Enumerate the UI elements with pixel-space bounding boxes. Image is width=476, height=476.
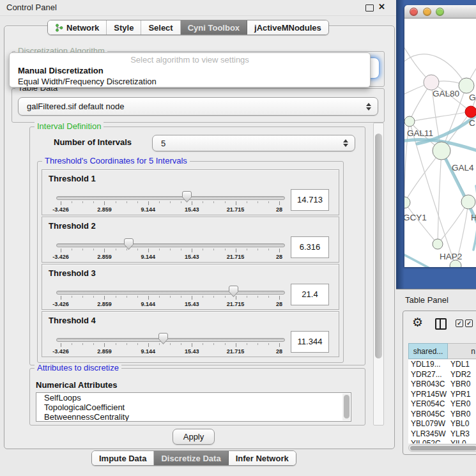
slider-tick [116, 343, 116, 345]
slider-tick [137, 201, 138, 203]
threshold-slider-3[interactable]: -3.4262.8599.14415.4321.71528 [56, 282, 285, 308]
close-light[interactable] [410, 8, 418, 16]
threshold-value-field[interactable]: 11.344 [291, 331, 329, 353]
slider-thumb[interactable] [158, 333, 168, 347]
column-header-name[interactable]: n [448, 343, 476, 359]
threshold-slider-2[interactable]: -3.4262.8599.14415.4321.71528 [56, 235, 285, 261]
slider-thumb[interactable] [229, 286, 238, 300]
numerical-attributes-label: Numerical Attributes [36, 380, 117, 390]
dropdown-option-equal-width-frequency-discretization[interactable]: Equal Width/Frequency Discretization [10, 76, 370, 87]
tab-select[interactable]: Select [141, 20, 180, 35]
slider-tick [268, 201, 269, 203]
table-row[interactable]: YBR045CYBR0 [408, 410, 476, 420]
panel-vertical-scrollbar[interactable] [373, 123, 384, 426]
table-row[interactable]: YDL19...YDL1 [408, 360, 476, 370]
attribute-item-topologicalcoefficient[interactable]: TopologicalCoefficient [36, 403, 351, 412]
network-window-titlebar[interactable] [404, 5, 476, 19]
apply-button[interactable]: Apply [173, 429, 215, 445]
threshold-value-field[interactable]: 14.713 [291, 189, 329, 211]
threshold-panel-1: Threshold 1-3.4262.8599.14415.4321.71528… [42, 169, 339, 215]
table-row[interactable]: YPR145WYPR1 [408, 390, 476, 400]
network-node-c[interactable] [465, 106, 476, 118]
tab-label: Network [66, 23, 99, 33]
tab-impute-data[interactable]: Impute Data [92, 451, 154, 465]
slider-track[interactable] [56, 243, 285, 247]
slider-tick [279, 343, 280, 347]
network-node-gcy1[interactable] [404, 197, 410, 208]
slider-tick [279, 296, 280, 300]
slider-track[interactable] [56, 338, 285, 342]
tab-network[interactable]: Network [48, 20, 107, 35]
gear-icon[interactable]: ⚙ [412, 315, 423, 329]
dropdown-placeholder: Select algorithm to view settings [10, 54, 370, 65]
tab-discretize-data[interactable]: Discretize Data [154, 451, 228, 465]
slider-tick [72, 343, 72, 345]
slider-thumb[interactable] [124, 238, 134, 252]
attribute-item-selfloops[interactable]: SelfLoops [36, 393, 351, 403]
slider-track[interactable] [56, 291, 285, 295]
checkbox-icon[interactable]: ✓ [465, 319, 473, 327]
threshold-slider-1[interactable]: -3.4262.8599.14415.4321.71528 [56, 188, 285, 213]
table-row[interactable]: YBL079WYBL0 [408, 419, 476, 429]
tab-infer-network[interactable]: Infer Network [229, 451, 296, 465]
slider-tick [170, 296, 171, 298]
number-of-intervals-combobox[interactable]: 5 [152, 135, 355, 151]
slider-tick [104, 201, 105, 205]
network-node-ga[interactable] [459, 78, 474, 93]
number-of-intervals-value: 5 [161, 139, 165, 148]
threshold-value-field[interactable]: 6.316 [291, 236, 329, 258]
tab-cyni-toolbox[interactable]: Cyni Toolbox [181, 20, 247, 35]
slider-tick [236, 249, 236, 252]
tab-label: Infer Network [236, 454, 289, 463]
table-row[interactable]: YDR27...YDR2 [408, 370, 476, 380]
scrollbar-thumb[interactable] [410, 446, 476, 450]
network-node-hap2[interactable] [433, 239, 443, 249]
close-icon[interactable]: ✕ [378, 2, 385, 12]
slider-tick [181, 343, 181, 345]
network-node-gal80[interactable] [424, 75, 439, 90]
threshold-slider-4[interactable]: -3.4262.8599.14415.4321.71528 [56, 330, 285, 355]
column-header-shared-name[interactable]: shared... [408, 343, 448, 359]
slider-tick-label: 2.859 [90, 301, 118, 307]
table-row[interactable]: YIL052CYIL0 [408, 439, 476, 443]
slider-tick [104, 296, 105, 300]
dropdown-option-manual-discretization[interactable]: Manual Discretization [10, 65, 370, 76]
network-node-h[interactable] [461, 195, 475, 209]
slider-tick [82, 296, 83, 298]
tab-jactivemnodules[interactable]: jActiveMNodules [247, 20, 328, 35]
float-window-icon[interactable] [365, 4, 374, 12]
network-node-gal11[interactable] [404, 116, 415, 127]
combo-arrows-icon [366, 103, 371, 111]
table-row[interactable]: YBR043CYBR0 [408, 380, 476, 390]
split-view-icon[interactable] [435, 318, 447, 330]
slider-thumb[interactable] [182, 191, 192, 205]
zoom-light[interactable] [436, 8, 444, 16]
slider-tick [236, 201, 236, 205]
slider-tick [181, 296, 181, 298]
table-horizontal-scrollbar[interactable] [408, 444, 476, 452]
slider-tick [159, 249, 160, 250]
table-cell: YBR045C [408, 410, 449, 420]
scrollbar-thumb[interactable] [344, 395, 349, 418]
network-node-gal4[interactable] [433, 142, 450, 160]
network-canvas[interactable]: GAL80GACGAL11GAL4GCY1HHAP2 [404, 19, 476, 267]
tab-style[interactable]: Style [107, 20, 141, 35]
threshold-value-field[interactable]: 21.4 [291, 284, 329, 305]
tab-label: Style [114, 23, 134, 33]
table-data-combobox[interactable]: galFiltered.sif default node [18, 97, 378, 116]
table-row[interactable]: YER054CYER0 [408, 399, 476, 410]
attribute-item-betweennesscentrality[interactable]: BetweennessCentrality [36, 412, 351, 422]
slider-track[interactable] [56, 196, 285, 200]
slider-tick-label: 15.43 [178, 301, 206, 307]
checkbox-icon[interactable]: ✓ [456, 319, 463, 327]
scrollbar-thumb[interactable] [375, 134, 382, 358]
slider-tick [213, 296, 214, 298]
minimize-light[interactable] [423, 8, 431, 16]
table-cell: YPR1 [449, 390, 470, 400]
table-cell: YER054C [408, 399, 449, 410]
slider-tick [116, 201, 116, 203]
slider-tick [247, 296, 247, 298]
table-row[interactable]: YLR345WYLR3 [408, 429, 476, 440]
tab-label: Impute Data [99, 454, 146, 463]
list-vertical-scrollbar[interactable] [342, 394, 350, 420]
